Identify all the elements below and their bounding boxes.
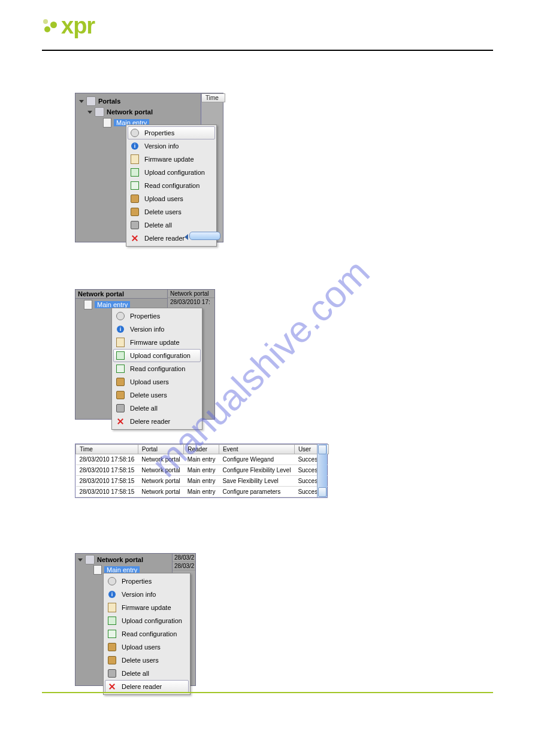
- info-icon: i: [107, 590, 117, 599]
- menu-delete-users[interactable]: Delete users: [113, 388, 201, 402]
- menu-delete-reader[interactable]: Delere reader: [105, 680, 189, 693]
- col-reader[interactable]: Reader: [184, 445, 219, 454]
- scroll-up-button[interactable]: [318, 445, 327, 454]
- cell-event: Configure Flexibility Level: [219, 465, 294, 476]
- menu-label: Delere reader: [130, 418, 170, 425]
- menu-version-info[interactable]: iVersion info: [128, 139, 215, 153]
- logo-text: xpr: [61, 13, 95, 39]
- menu-version-info[interactable]: iVersion info: [105, 588, 189, 601]
- col-event[interactable]: Event: [219, 445, 294, 454]
- time-column-header: Time: [201, 93, 225, 102]
- menu-label: Upload configuration: [130, 352, 191, 359]
- upload-config-icon: [107, 616, 117, 626]
- menu-delete-all[interactable]: Delete all: [128, 218, 215, 232]
- vertical-scrollbar[interactable]: [317, 444, 327, 497]
- scroll-left-icon[interactable]: [185, 234, 188, 240]
- upload-config-icon: [130, 168, 140, 177]
- cell-portal: Network portal: [138, 465, 183, 476]
- menu-firmware-update[interactable]: Firmware update: [128, 153, 215, 166]
- expand-icon[interactable]: [79, 100, 84, 103]
- menu-label: Version info: [130, 326, 164, 333]
- menu-upload-users[interactable]: Upload users: [113, 375, 201, 388]
- menu-properties[interactable]: Properties: [105, 575, 189, 588]
- expand-icon[interactable]: [87, 111, 92, 114]
- menu-upload-configuration[interactable]: Upload configuration: [113, 349, 201, 362]
- menu-delete-all[interactable]: Delete all: [105, 667, 189, 680]
- context-menu[interactable]: Properties iVersion info Firmware update…: [111, 308, 202, 430]
- delete-reader-icon: [116, 417, 125, 426]
- portal-label: Network portal: [97, 556, 143, 563]
- reader-icon: [103, 118, 111, 127]
- delete-all-icon: [107, 669, 117, 678]
- menu-upload-users[interactable]: Upload users: [105, 640, 189, 654]
- delete-all-icon: [130, 220, 140, 230]
- delete-users-icon: [116, 390, 125, 400]
- cell-reader: Main entry: [184, 454, 219, 465]
- menu-label: Properties: [130, 312, 160, 320]
- menu-label: Delete users: [122, 657, 159, 664]
- read-config-icon: [107, 629, 117, 639]
- cell-time: 28/03/2010 17:58:15: [76, 476, 138, 487]
- menu-delete-users[interactable]: Delete users: [128, 205, 215, 218]
- menu-label: Delete all: [130, 405, 158, 412]
- menu-label: Read configuration: [144, 182, 200, 189]
- delete-reader-icon: [130, 233, 140, 243]
- menu-label: Read configuration: [122, 630, 177, 637]
- scroll-down-button[interactable]: [318, 487, 327, 497]
- menu-properties[interactable]: Properties: [113, 309, 201, 323]
- menu-label: Firmware update: [144, 156, 194, 163]
- menu-delete-users[interactable]: Delete users: [105, 654, 189, 667]
- menu-delete-all[interactable]: Delete all: [113, 402, 201, 415]
- cell-reader: Main entry: [184, 476, 219, 487]
- menu-label: Upload users: [122, 643, 161, 651]
- info-icon: i: [130, 141, 140, 151]
- cell-time: 28/03/2010 17:58:15: [76, 465, 138, 476]
- tree-root-label: Portals: [98, 98, 120, 105]
- table-row[interactable]: 28/03/2010 17:58:15 Network portal Main …: [76, 465, 329, 476]
- cell-portal: Network portal: [138, 487, 183, 497]
- context-menu[interactable]: Properties iVersion info Firmware update…: [126, 125, 217, 247]
- page-header: xpr: [0, 0, 535, 44]
- page: xpr manualshive.com Time Portals: [0, 0, 535, 722]
- menu-firmware-update[interactable]: Firmware update: [113, 336, 201, 349]
- cell-portal: Network portal: [138, 454, 183, 465]
- menu-upload-users[interactable]: Upload users: [128, 192, 215, 205]
- expand-icon[interactable]: [78, 558, 83, 561]
- menu-read-configuration[interactable]: Read configuration: [113, 362, 201, 375]
- table-row[interactable]: 28/03/2010 17:58:16 Network portal Main …: [76, 454, 329, 465]
- menu-label: Delete users: [130, 391, 167, 399]
- col-time[interactable]: Time: [76, 445, 138, 454]
- menu-label: Upload users: [130, 378, 169, 385]
- menu-delete-reader[interactable]: Delere reader: [113, 415, 201, 428]
- events-header-row: Time Portal Reader Event User: [76, 445, 329, 454]
- properties-icon: [107, 576, 117, 586]
- menu-label: Delete all: [122, 670, 149, 677]
- cell-reader: Main entry: [184, 487, 219, 497]
- menu-properties[interactable]: Properties: [128, 126, 215, 139]
- reader-icon: [84, 300, 92, 309]
- firmware-icon: [130, 154, 140, 164]
- cell-portal: Network portal: [138, 476, 183, 487]
- menu-label: Firmware update: [130, 339, 180, 346]
- table-row[interactable]: 28/03/2010 17:58:15 Network portal Main …: [76, 487, 329, 497]
- table-row[interactable]: 28/03/2010 17:58:15 Network portal Main …: [76, 476, 329, 487]
- read-config-icon: [116, 364, 125, 374]
- menu-label: Firmware update: [122, 604, 171, 611]
- menu-version-info[interactable]: iVersion info: [113, 323, 201, 336]
- menu-read-configuration[interactable]: Read configuration: [105, 627, 189, 640]
- cell-time: 28/03/2010 17:58:16: [76, 454, 138, 465]
- menu-read-configuration[interactable]: Read configuration: [128, 179, 215, 192]
- menu-label: Upload users: [144, 195, 183, 202]
- cell-event: Save Flexibility Level: [219, 476, 294, 487]
- tree-portal[interactable]: Network portal: [79, 107, 219, 117]
- menu-label: Delere reader: [122, 683, 162, 690]
- scrollbar-handle[interactable]: [189, 232, 220, 240]
- menu-upload-configuration[interactable]: Upload configuration: [128, 166, 215, 179]
- network-portal-icon: [95, 107, 104, 117]
- col-portal[interactable]: Portal: [138, 445, 183, 454]
- tree-root[interactable]: Portals: [79, 96, 219, 107]
- context-menu[interactable]: Properties iVersion info Firmware update…: [103, 573, 191, 695]
- menu-firmware-update[interactable]: Firmware update: [105, 601, 189, 614]
- menu-upload-configuration[interactable]: Upload configuration: [105, 614, 189, 627]
- menu-label: Properties: [144, 129, 174, 136]
